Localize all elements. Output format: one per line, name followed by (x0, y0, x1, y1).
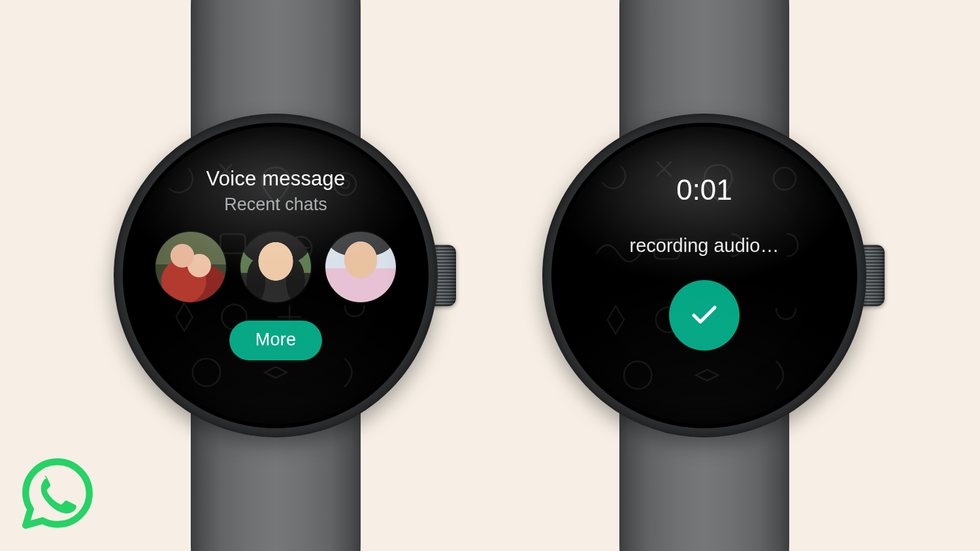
more-button[interactable]: More (229, 321, 323, 360)
watch-screen-recording: 0:01 recording audio… (566, 137, 843, 414)
confirm-button[interactable] (669, 280, 740, 351)
check-icon (689, 299, 720, 332)
screen-title: Voice message (206, 167, 346, 191)
watch-right: 0:01 recording audio… (547, 119, 861, 432)
recent-chat-avatar-1[interactable] (155, 232, 226, 302)
whatsapp-logo-icon (18, 454, 97, 533)
screen-subtitle: Recent chats (224, 195, 327, 215)
recent-chats-row (155, 232, 396, 302)
watch-left: Voice message Recent chats More (119, 119, 433, 432)
recent-chat-avatar-2[interactable] (240, 232, 311, 302)
recording-status: recording audio… (630, 235, 779, 257)
watch-screen-voice-message: Voice message Recent chats More (137, 137, 414, 414)
recording-timer: 0:01 (676, 174, 732, 206)
recent-chat-avatar-3[interactable] (325, 232, 396, 302)
